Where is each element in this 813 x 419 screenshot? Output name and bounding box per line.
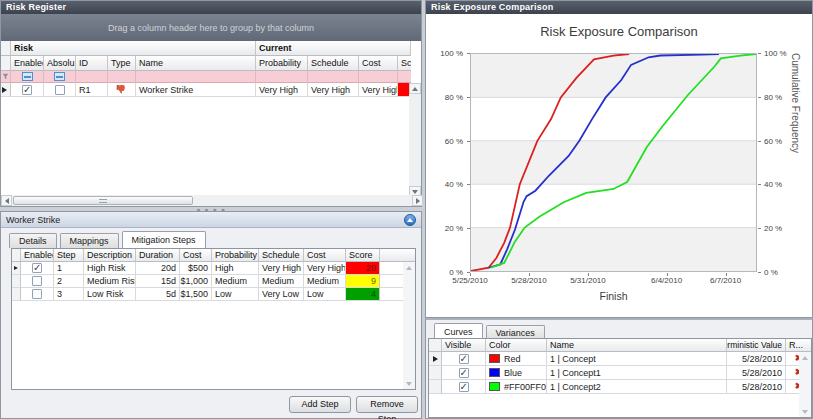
mitigation-scrollbar[interactable] — [403, 262, 415, 389]
duration-cell[interactable]: 5d — [136, 288, 180, 301]
tab-mitigation-steps[interactable]: Mitigation Steps — [122, 231, 206, 248]
visible-checkbox[interactable] — [459, 368, 469, 378]
col-description[interactable]: Description — [84, 249, 136, 262]
mitigation-row[interactable]: 2 Medium Risk 15d $1,000 Medium Medium M… — [12, 275, 415, 288]
type-cell[interactable] — [108, 83, 136, 97]
schedule-cell[interactable]: Very High — [259, 262, 304, 275]
cost-cell[interactable]: $1,000 — [180, 275, 212, 288]
curve-row[interactable]: Red 1 | Concept 5/28/2010 ✖ — [429, 352, 811, 366]
mitigation-row[interactable]: 1 High Risk 20d $500 High Very High Very… — [12, 262, 415, 275]
scroll-thumb[interactable] — [13, 196, 193, 205]
visible-cell[interactable] — [442, 366, 486, 380]
schedule-cell[interactable]: Very Low — [259, 288, 304, 301]
scroll-down-button[interactable] — [403, 378, 415, 389]
filter-score[interactable] — [398, 71, 411, 83]
collapse-button[interactable] — [404, 214, 416, 226]
probability-cell[interactable]: Low — [212, 288, 259, 301]
step-cell[interactable]: 2 — [54, 275, 84, 288]
rr-vertical-scrollbar[interactable] — [409, 83, 421, 197]
color-cell[interactable]: Red — [486, 352, 547, 366]
curve-row[interactable]: #FF00FF00 1 | Concept2 5/28/2010 ✖ — [429, 380, 811, 394]
col-enabled[interactable]: Enabled — [21, 249, 54, 262]
enabled-cell[interactable] — [21, 275, 54, 288]
col-score[interactable]: Sc — [398, 56, 411, 71]
enabled-checkbox[interactable] — [22, 85, 32, 95]
col-score[interactable]: Score — [346, 249, 380, 262]
description-cell[interactable]: Low Risk — [84, 288, 136, 301]
schedule-cell[interactable]: Very High — [308, 83, 359, 97]
name-cell[interactable]: Worker Strike — [136, 83, 256, 97]
col-name[interactable]: Name — [547, 339, 727, 352]
duration-cell[interactable]: 20d — [136, 262, 180, 275]
tab-mappings[interactable]: Mappings — [60, 233, 119, 248]
filter-box-icon[interactable] — [54, 72, 65, 81]
probability-cell[interactable]: High — [212, 262, 259, 275]
probability-cell[interactable]: Medium — [212, 275, 259, 288]
cost-cell[interactable]: Very High — [359, 83, 398, 97]
cost2-cell[interactable]: Medium — [304, 275, 346, 288]
enabled-checkbox[interactable] — [32, 276, 42, 286]
col-probability[interactable]: Probability — [256, 56, 308, 71]
enabled-cell[interactable] — [21, 288, 54, 301]
name-cell[interactable]: 1 | Concept2 — [547, 380, 727, 394]
remove-step-button[interactable]: Remove Step — [356, 396, 418, 413]
deterministic-value-cell[interactable]: 5/28/2010 — [727, 380, 786, 394]
enabled-checkbox[interactable] — [32, 289, 42, 299]
col-step[interactable]: Step — [54, 249, 84, 262]
absolute-checkbox[interactable] — [55, 85, 65, 95]
score-cell[interactable]: 20 — [346, 262, 380, 275]
filter-schedule[interactable] — [308, 71, 359, 83]
enabled-checkbox[interactable] — [32, 263, 42, 273]
probability-cell[interactable]: Very High — [256, 83, 308, 97]
name-cell[interactable]: 1 | Concept — [547, 352, 727, 366]
color-cell[interactable]: Blue — [486, 366, 547, 380]
scroll-left-button[interactable] — [1, 195, 12, 206]
curves-scrollbar[interactable] — [799, 352, 811, 417]
filter-enabled[interactable] — [11, 71, 44, 83]
scroll-up-button[interactable] — [403, 262, 415, 273]
visible-cell[interactable] — [442, 380, 486, 394]
visible-cell[interactable] — [442, 352, 486, 366]
col-cost[interactable]: Cost — [180, 249, 212, 262]
scroll-up-button[interactable] — [409, 83, 421, 94]
enabled-cell[interactable] — [11, 83, 44, 97]
col-visible[interactable]: Visible — [442, 339, 486, 352]
cost2-cell[interactable]: Very High — [304, 262, 346, 275]
visible-checkbox[interactable] — [459, 382, 469, 392]
deterministic-value-cell[interactable]: 5/28/2010 — [727, 366, 786, 380]
col-enabled[interactable]: Enabled — [11, 56, 44, 71]
col-type[interactable]: Type — [108, 56, 136, 71]
add-step-button[interactable]: Add Step — [289, 396, 351, 413]
filter-name[interactable] — [136, 71, 256, 83]
score-cell[interactable]: 4 — [346, 288, 380, 301]
scroll-up-button[interactable] — [799, 352, 811, 363]
tab-details[interactable]: Details — [9, 233, 57, 248]
schedule-cell[interactable]: Medium — [259, 275, 304, 288]
duration-cell[interactable]: 15d — [136, 275, 180, 288]
scroll-right-button[interactable] — [412, 195, 423, 206]
col-absolute[interactable]: Absolu... — [44, 56, 76, 71]
color-cell[interactable]: #FF00FF00 — [486, 380, 547, 394]
absolute-cell[interactable] — [44, 83, 76, 97]
col-deterministic-value[interactable]: Deterministic Value — [727, 339, 786, 352]
group-header-risk[interactable]: Risk — [11, 41, 256, 56]
risk-row[interactable]: R1 Worker Strike Very High Very High Ver… — [1, 83, 421, 97]
col-schedule[interactable]: Schedule — [259, 249, 304, 262]
visible-checkbox[interactable] — [459, 354, 469, 364]
col-color[interactable]: Color — [486, 339, 547, 352]
score-cell[interactable]: 9 — [346, 275, 380, 288]
scroll-down-button[interactable] — [799, 406, 811, 417]
filter-id[interactable] — [76, 71, 108, 83]
group-header-current[interactable]: Current — [256, 41, 411, 56]
col-cost-2[interactable]: Cost — [304, 249, 346, 262]
col-remove[interactable]: R... — [786, 339, 811, 352]
name-cell[interactable]: 1 | Concept1 — [547, 366, 727, 380]
step-cell[interactable]: 3 — [54, 288, 84, 301]
cost2-cell[interactable]: Low — [304, 288, 346, 301]
description-cell[interactable]: Medium Risk — [84, 275, 136, 288]
mitigation-row[interactable]: 3 Low Risk 5d $1,500 Low Very Low Low 4 — [12, 288, 415, 301]
cost-cell[interactable]: $500 — [180, 262, 212, 275]
col-cost[interactable]: Cost — [359, 56, 398, 71]
filter-type[interactable] — [108, 71, 136, 83]
curve-row[interactable]: Blue 1 | Concept1 5/28/2010 ✖ — [429, 366, 811, 380]
